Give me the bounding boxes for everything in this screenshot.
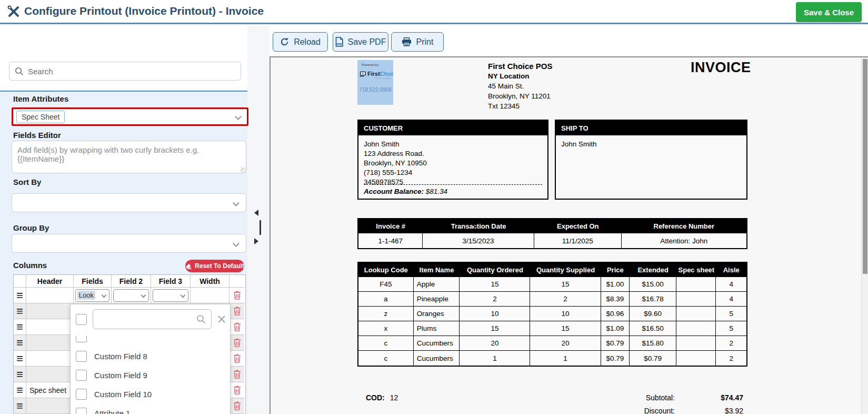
search-box[interactable]	[9, 62, 241, 81]
header-cell[interactable]	[26, 335, 74, 351]
company-address-line: First Choice POS	[488, 61, 553, 71]
field3-column-header: Field 3	[151, 275, 191, 288]
chevron-down-icon	[181, 293, 186, 298]
header-cell[interactable]	[26, 288, 74, 303]
columns-label: Columns	[13, 261, 47, 270]
option-checkbox[interactable]	[76, 389, 87, 400]
save-and-close-button[interactable]: Save & Close	[796, 2, 862, 22]
reset-to-default-button[interactable]: Reset To Default	[185, 260, 244, 272]
reset-to-default-label: Reset To Default	[195, 262, 244, 270]
totals-label: Subtotal:	[596, 393, 675, 402]
customer-address: John Smith123 Address Road.Brooklyn, NY …	[358, 135, 547, 191]
header-cell[interactable]	[26, 351, 74, 367]
item-cell: a	[358, 292, 414, 306]
reload-button[interactable]: Reload	[273, 32, 328, 52]
dropdown-option[interactable]: Custom Field 10	[76, 385, 223, 403]
dropdown-option-label: Attribute 1	[94, 409, 130, 414]
collapse-left-icon[interactable]	[254, 210, 258, 216]
dropdown-option-label: Custom Field 8	[94, 352, 147, 361]
select-all-checkbox[interactable]	[76, 314, 87, 325]
save-pdf-button[interactable]: PDF Save PDF	[333, 32, 388, 52]
option-checkbox[interactable]	[76, 351, 87, 362]
delete-row-button[interactable]	[233, 338, 241, 347]
collapse-right-icon[interactable]	[254, 238, 258, 244]
fields-column-header: Fields	[74, 275, 112, 288]
item-attributes-selected-tag[interactable]: Spec Sheet	[16, 111, 65, 123]
dropdown-option[interactable]: Attribute 1	[76, 403, 223, 414]
logo-tagline: POINT OF SALE	[357, 77, 391, 80]
item-cell: $15.80	[630, 336, 676, 350]
chevron-down-icon	[235, 113, 242, 120]
item-cell: $16.50	[630, 321, 676, 336]
print-button[interactable]: Print	[391, 32, 444, 52]
text-cursor-icon	[472, 225, 477, 233]
header-cell[interactable]	[26, 398, 74, 414]
header-cell[interactable]	[26, 367, 74, 382]
delete-row-button[interactable]	[233, 354, 241, 363]
drag-handle-icon[interactable]: ≡	[16, 292, 23, 299]
width-column-header: Width	[191, 275, 230, 288]
item-cell: 10	[530, 307, 601, 321]
dropdown-option[interactable]: Custom Field 8	[76, 347, 223, 366]
search-input[interactable]	[28, 67, 235, 76]
partially-visible-option-checkbox[interactable]	[76, 336, 87, 342]
drag-handle-icon[interactable]: ≡	[16, 324, 23, 330]
header-cell[interactable]	[26, 319, 74, 335]
sort-by-select[interactable]	[12, 193, 246, 212]
item-cell: $0.96	[601, 307, 630, 321]
panel-splitter[interactable]	[247, 26, 270, 414]
fields-selected-tag[interactable]: Look	[77, 291, 95, 300]
cod-value: 12	[390, 393, 398, 402]
delete-row-button[interactable]	[233, 307, 241, 316]
totals-label: Discount:	[596, 407, 675, 414]
delete-row-button[interactable]	[233, 401, 241, 410]
delete-row-button[interactable]	[233, 322, 241, 331]
width-cell[interactable]	[191, 288, 230, 303]
field2-select[interactable]	[113, 289, 149, 302]
header-cell[interactable]	[26, 303, 74, 319]
dropdown-search-input[interactable]	[98, 315, 196, 323]
sidebar-divider	[0, 91, 247, 92]
item-cell: $9.60	[630, 307, 676, 321]
cod-line: COD:12	[366, 393, 398, 402]
preview-scrollbar-thumb[interactable]	[863, 59, 867, 274]
eraser-icon	[185, 263, 192, 269]
invoice-totals: Subtotal:$74.47Discount:$3.92	[596, 391, 743, 414]
splitter-handle[interactable]	[260, 220, 261, 235]
totals-value: $3.92	[675, 407, 743, 414]
option-checkbox[interactable]	[76, 370, 87, 381]
drag-handle-icon[interactable]: ≡	[16, 371, 23, 378]
transaction-date-header: Transaction Date	[423, 219, 534, 233]
drag-handle-icon[interactable]: ≡	[16, 308, 23, 314]
invoice-info-table: Invoice # Transaction Date Expected On R…	[357, 218, 747, 249]
fields-select[interactable]: Look	[75, 289, 109, 302]
item-cell: 2	[460, 292, 530, 306]
items-table-row: zOranges1010$0.96$9.605	[358, 307, 746, 321]
fields-editor-textarea[interactable]	[12, 141, 246, 173]
item-cell: $0.79	[601, 351, 630, 366]
drag-handle-icon[interactable]: ≡	[16, 356, 23, 362]
drag-handle-icon[interactable]: ≡	[16, 340, 23, 346]
search-icon	[15, 67, 24, 76]
preview-scrollbar[interactable]	[861, 57, 868, 414]
group-by-select[interactable]	[12, 234, 246, 253]
delete-row-button[interactable]	[233, 386, 241, 395]
drag-handle-icon[interactable]: ≡	[16, 403, 23, 409]
option-checkbox[interactable]	[76, 408, 87, 414]
header-cell[interactable]: Spec sheet	[26, 382, 74, 398]
customer-box-header: CUSTOMER	[358, 121, 547, 135]
clear-search-icon[interactable]	[217, 315, 226, 323]
item-attributes-select[interactable]: Spec Sheet	[12, 107, 248, 126]
field3-select[interactable]	[153, 289, 188, 302]
columns-table-header-row: Header Fields Field 2 Field 3 Width	[14, 275, 245, 288]
customer-address-line: Brooklyn, NY 10950	[364, 159, 542, 168]
dropdown-search-box[interactable]	[93, 309, 212, 329]
delete-row-button[interactable]	[233, 370, 241, 379]
item-cell: 15	[530, 277, 601, 291]
customer-box: CUSTOMER John Smith123 Address Road.Broo…	[357, 120, 548, 200]
drag-handle-icon[interactable]: ≡	[16, 387, 23, 393]
print-label: Print	[416, 37, 434, 47]
dropdown-option[interactable]: Custom Field 9	[76, 366, 223, 385]
ship-to-box: SHIP TO John Smith	[555, 120, 747, 200]
delete-row-button[interactable]	[233, 291, 241, 300]
